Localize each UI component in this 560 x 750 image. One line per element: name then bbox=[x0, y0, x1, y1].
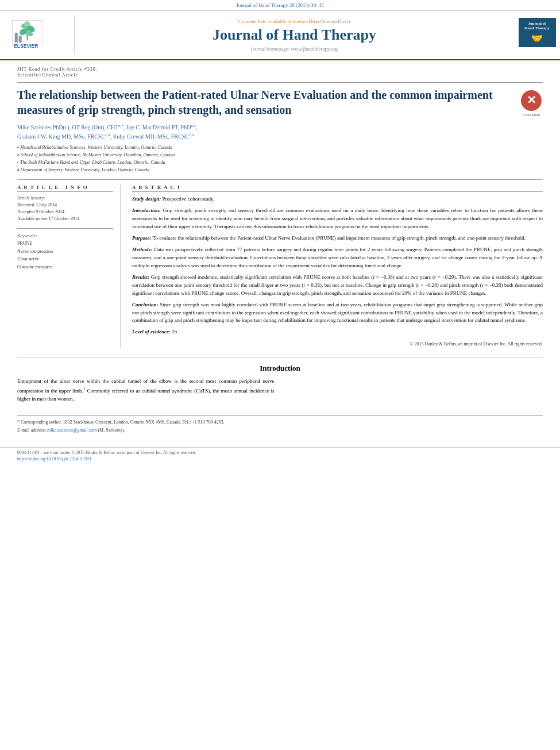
study-design-para: Study design: Prospective cohort study. bbox=[132, 195, 543, 203]
top-citation-bar: Journal of Hand Therapy 28 (2015) 39–45 bbox=[0, 0, 560, 11]
ref-1: 1 bbox=[83, 386, 86, 391]
available-online-date: Available online 17 October 2014 bbox=[17, 216, 113, 222]
title-section: The relationship between the Patient-rat… bbox=[17, 87, 543, 117]
credit-line: JHT Read for Credit Article #338. bbox=[17, 66, 543, 72]
introduction-columns: Entrapment of the ulnar nerve within the… bbox=[17, 378, 543, 403]
svg-rect-9 bbox=[19, 36, 22, 43]
abstract-section: Study design: Prospective cohort study. … bbox=[132, 195, 543, 348]
methods-label: Methods: bbox=[132, 247, 152, 252]
methods-text: Data was prospectively collected from 77… bbox=[132, 247, 543, 268]
divider-keywords bbox=[17, 228, 113, 229]
corresponding-author-note: * Corresponding author. 1832 Stackhouse … bbox=[17, 419, 543, 426]
intro-col-right bbox=[286, 378, 543, 403]
history-label: Article history: bbox=[17, 195, 113, 201]
purpose-para: Purpose: To evaluate the relationship be… bbox=[132, 234, 543, 243]
divider-2 bbox=[17, 179, 543, 180]
keyword-1: PRUNE bbox=[17, 240, 113, 248]
logo-line2: Hand Therapy bbox=[521, 26, 554, 30]
crossmark-icon: ✕ bbox=[520, 90, 542, 111]
accepted-date: Accepted 9 October 2014 bbox=[17, 209, 113, 216]
doi-link[interactable]: http://dx.doi.org/10.1016/j.jht.2014.10.… bbox=[17, 456, 543, 461]
bottom-bar: 0894-1130/$ – see front matter © 2015 Ha… bbox=[0, 447, 560, 464]
keywords-list: PRUNE Nerve compression Ulnar nerve Outc… bbox=[17, 240, 113, 271]
level-text: 2b bbox=[171, 329, 177, 334]
keywords-label: Keywords: bbox=[17, 233, 113, 239]
journal-logo-box-section: Journal of Hand Therapy 🤝 bbox=[514, 16, 560, 55]
conclusion-para: Conclusion: Since grip strength was most… bbox=[132, 301, 543, 325]
article-title: The relationship between the Patient-rat… bbox=[17, 87, 514, 117]
study-design-text: Prospective cohort study. bbox=[161, 196, 214, 202]
introduction-para: Introduction: Grip strength, pinch stren… bbox=[132, 207, 543, 231]
author3: Graham J.W. King MD, MSc, FRCSC bbox=[17, 133, 105, 140]
copyright-line: © 2015 Hanley & Belfus, an imprint of El… bbox=[132, 341, 543, 348]
affil-c: c The Roth McFarlane Hand and Upper Limb… bbox=[17, 159, 543, 167]
article-type-section: JHT Read for Credit Article #338. Scient… bbox=[17, 66, 543, 78]
methods-para: Methods: Data was prospectively collecte… bbox=[132, 246, 543, 270]
sciencedirect-link-text[interactable]: ScienceDirect bbox=[292, 18, 321, 24]
article-info-abstract: A R T I C L E I N F O Article history: R… bbox=[17, 184, 543, 348]
article-history: Article history: Received 3 July 2014 Ac… bbox=[17, 195, 113, 222]
intro-text-col1: Entrapment of the ulnar nerve within the… bbox=[17, 378, 275, 402]
affil-b: b School of Rehabilitation Science, McMa… bbox=[17, 152, 543, 159]
author2: , Joy C. MacDermid PT, PhD bbox=[123, 125, 191, 131]
elsevier-logo-svg: ELSEVIER bbox=[10, 18, 64, 52]
level-of-evidence-para: Level of evidence: 2b bbox=[132, 328, 543, 336]
study-design-label: Study design: bbox=[132, 196, 161, 202]
author1-sup: a,* bbox=[118, 124, 123, 128]
received-date: Received 3 July 2014 bbox=[17, 202, 113, 209]
results-text: Grip strength showed moderate, statistic… bbox=[132, 274, 543, 296]
email-link[interactable]: mike.szekeres@gmail.com bbox=[47, 428, 96, 433]
article-info-label: A R T I C L E I N F O bbox=[17, 184, 113, 192]
logo-line1: Journal of bbox=[521, 21, 554, 26]
conclusion-label: Conclusion: bbox=[132, 302, 159, 307]
svg-text:✕: ✕ bbox=[527, 94, 536, 106]
divider-1 bbox=[17, 82, 543, 83]
journal-logo-box: Journal of Hand Therapy 🤝 bbox=[519, 18, 556, 47]
intro-text: Grip strength, pinch strength, and senso… bbox=[132, 207, 543, 229]
authors-section: Mike Szekeres PhD(c), OT Reg (Ont), CHTa… bbox=[17, 123, 543, 141]
journal-main-title: Journal of Hand Therapy bbox=[213, 26, 376, 44]
abstract-label-header: A B S T R A C T bbox=[132, 184, 543, 192]
results-para: Results: Grip strength showed moderate, … bbox=[132, 274, 543, 298]
crossmark-text: CrossMark bbox=[520, 113, 543, 117]
introduction-title: Introduction bbox=[17, 364, 543, 373]
author3-sup: c,d bbox=[105, 133, 110, 137]
main-content: JHT Read for Credit Article #338. Scient… bbox=[0, 60, 560, 441]
author2-sup: b,c bbox=[191, 124, 195, 128]
article-info-col: A R T I C L E I N F O Article history: R… bbox=[17, 184, 121, 348]
intro-label: Introduction: bbox=[132, 207, 161, 213]
results-label: Results: bbox=[132, 274, 149, 280]
abstract-col: A B S T R A C T Study design: Prospectiv… bbox=[132, 184, 543, 348]
author4-sup: c,d bbox=[189, 133, 194, 137]
conclusion-text: Since grip strength was most highly corr… bbox=[132, 302, 543, 324]
author4: , Ruby Grewal MD, MSc, FRCSC bbox=[110, 133, 189, 140]
affil-a: a Health and Rehabilitation Sciences, We… bbox=[17, 144, 543, 152]
email-note: E-mail address: mike.szekeres@gmail.com … bbox=[17, 427, 543, 434]
journal-homepage: journal homepage: www.jhandtherapy.org bbox=[251, 46, 338, 52]
intro-col-left: Entrapment of the ulnar nerve within the… bbox=[17, 378, 275, 403]
author1: Mike Szekeres PhD(c), OT Reg (Ont), CHT bbox=[17, 125, 118, 131]
elsevier-logo-section: ELSEVIER bbox=[0, 16, 75, 55]
svg-rect-8 bbox=[15, 33, 18, 43]
affiliations-section: a Health and Rehabilitation Sciences, We… bbox=[17, 144, 543, 174]
level-label: Level of evidence: bbox=[132, 329, 171, 334]
keyword-2: Nerve compression bbox=[17, 248, 113, 256]
introduction-section: Introduction Entrapment of the ulnar ner… bbox=[17, 357, 543, 403]
purpose-label: Purpose: bbox=[132, 235, 152, 241]
affil-d: d Department of Surgery, Western Univers… bbox=[17, 167, 543, 174]
issn-line: 0894-1130/$ – see front matter © 2015 Ha… bbox=[17, 450, 543, 455]
citation-text: Journal of Hand Therapy 28 (2015) 39–45 bbox=[236, 2, 323, 8]
svg-text:ELSEVIER: ELSEVIER bbox=[14, 43, 38, 49]
keywords-group: Keywords: PRUNE Nerve compression Ulnar … bbox=[17, 233, 113, 271]
article-type-label: Scientific/Clinical Article bbox=[17, 72, 543, 78]
journal-title-center: Contents lists available at ScienceDirec… bbox=[75, 16, 514, 55]
purpose-text: To evaluate the relationship between the… bbox=[152, 235, 526, 241]
keyword-3: Ulnar nerve bbox=[17, 255, 113, 263]
journal-header: ELSEVIER Contents lists available at Sci… bbox=[0, 11, 560, 60]
sciencedirect-note: Contents lists available at ScienceDirec… bbox=[238, 18, 350, 24]
keyword-4: Outcome measures bbox=[17, 263, 113, 271]
crossmark-badge: ✕ CrossMark bbox=[520, 90, 543, 117]
svg-point-7 bbox=[24, 21, 30, 26]
footnote-area: * Corresponding author. 1832 Stackhouse … bbox=[17, 415, 543, 435]
